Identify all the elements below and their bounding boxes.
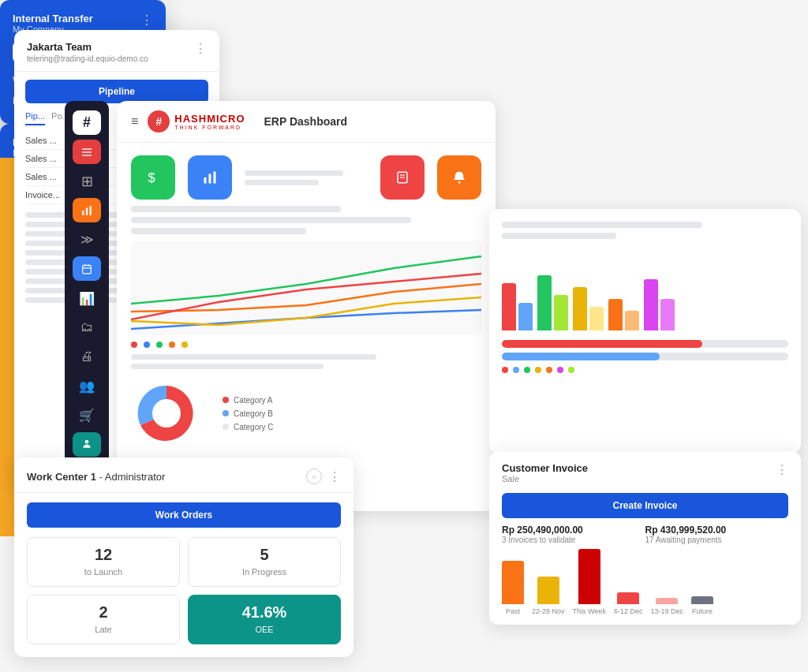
erp-gray-info (245, 155, 368, 200)
inv-bar-label-0: Past (506, 607, 520, 615)
transfer-menu-dots[interactable]: ⋮ (140, 13, 153, 28)
pie-legend: Category A Category B Category C (223, 382, 274, 445)
svg-rect-14 (214, 172, 216, 184)
legend-dot-1 (513, 367, 519, 373)
inv-bar-col-4: 13-19 Dec (650, 598, 683, 615)
erp-topbar: ≡ # HASHMICRO THINK FORWARD ERP Dashboar… (117, 101, 496, 143)
sidebar-logo[interactable]: # (73, 110, 101, 135)
erp-widget-chart[interactable] (188, 155, 232, 200)
wc-stat-oee: 41.6% OEE (188, 595, 341, 644)
sidebar-icon-4[interactable]: 🗂 (73, 315, 101, 340)
sidebar-icon-3[interactable]: 📊 (73, 286, 101, 310)
inv-bar-1 (537, 577, 559, 604)
svg-rect-4 (86, 207, 88, 215)
bar-chart-card (489, 209, 801, 454)
sidebar-icon-person[interactable] (73, 432, 101, 457)
legend-dot-2 (524, 367, 530, 373)
legend-dot-5 (557, 367, 563, 373)
wc-stats-grid: 12 to Launch 5 In Progress 2 Late 41.6% … (14, 537, 354, 644)
sidebar-icon-1[interactable]: ⊞ (73, 169, 101, 193)
svg-rect-1 (82, 151, 92, 152)
inv-stat-num-1: Rp 430,999,520.00 (645, 525, 789, 536)
sidebar-icon-chart[interactable] (73, 198, 101, 222)
sidebar-icon-0[interactable] (73, 140, 101, 164)
inv-stat-1: Rp 430,999,520.00 17 Awaiting payments (645, 525, 789, 544)
erp-pie-section: Category A Category B Category C (117, 375, 496, 451)
inv-menu-dots[interactable]: ⋮ (776, 462, 788, 483)
bar-lightyellow-2 (589, 307, 604, 330)
inv-title: Customer Invoice (502, 462, 588, 474)
erp-menu-icon[interactable]: ≡ (131, 114, 138, 129)
erp-dashboard-title: ERP Dashboard (264, 115, 348, 128)
wc-launch-label: to Launch (84, 567, 122, 577)
erp-mid-bars (117, 354, 496, 369)
pie-chart (131, 382, 210, 445)
bar-chart-visual (502, 252, 788, 330)
bar-group-3 (608, 299, 639, 330)
prog-fill-1 (502, 353, 660, 360)
pie-legend-2: Category C (223, 423, 274, 431)
erp-widget-invoice[interactable] (380, 155, 425, 200)
svg-rect-0 (82, 148, 92, 149)
sidebar-icon-5[interactable]: 🖨 (73, 345, 101, 369)
sidebar: # ⊞ ≫ 📊 🗂 🖨 👥 🛒 ⬛ (65, 101, 109, 495)
svg-point-19 (152, 399, 181, 427)
bar-red-0 (502, 283, 516, 330)
wc-menu-dots[interactable]: ⋮ (328, 469, 341, 484)
wc-header: Work Center 1 - Administrator ○ ⋮ (14, 457, 354, 493)
pie-dot-gray (223, 424, 229, 430)
transfer-title: Internal Transfer (13, 13, 93, 24)
legend-dot-3 (535, 367, 541, 373)
bar-group-4 (644, 279, 675, 330)
bar-group-2 (573, 287, 604, 330)
wc-circle-icon[interactable]: ○ (306, 469, 322, 484)
prog-fill-0 (502, 340, 702, 348)
svg-point-18 (458, 181, 461, 184)
chart-legend-dots (502, 367, 788, 373)
bar-orange-3 (608, 299, 623, 330)
sidebar-icon-7[interactable]: 🛒 (73, 403, 101, 427)
erp-widget-dollar[interactable]: $ (131, 155, 175, 200)
inv-stat-label-0: 3 Invoices to validate (502, 536, 645, 544)
wc-progress-num: 5 (196, 546, 332, 564)
svg-rect-6 (83, 265, 92, 274)
wc-stat-progress: 5 In Progress (188, 537, 341, 587)
inv-bar-3 (617, 592, 639, 604)
erp-logo-icon: # (148, 110, 170, 133)
prog-bar-1 (502, 353, 788, 360)
dot-orange (169, 342, 175, 348)
pipeline-button[interactable]: Pipeline (25, 80, 208, 103)
erp-logo-subtext: THINK FORWARD (174, 125, 245, 130)
erp-dashboard-card: ≡ # HASHMICRO THINK FORWARD ERP Dashboar… (117, 101, 496, 511)
inv-bar-col-2: This Week (573, 549, 606, 615)
erp-logo-text-block: HASHMICRO THINK FORWARD (174, 113, 245, 130)
pie-dot-red (223, 397, 229, 403)
create-invoice-button[interactable]: Create Invoice (502, 493, 788, 518)
inv-bar-5 (691, 596, 713, 604)
jakarta-title: Jakarta Team (27, 41, 148, 53)
erp-widget-bell[interactable] (437, 155, 481, 200)
pie-legend-1: Category B (223, 409, 274, 418)
bar-green-1 (537, 275, 552, 330)
jakarta-tab-0[interactable]: Pip... (25, 111, 45, 125)
wc-progress-label: In Progress (242, 567, 286, 577)
wc-oee-label: OEE (255, 625, 273, 634)
bar-purple-4 (644, 279, 658, 330)
bar-lightpurple-4 (660, 299, 675, 330)
jakarta-subtitle: telering@trading-id.equio-demo.co (27, 54, 148, 63)
inv-bar-label-1: 22-28 Nov (532, 607, 565, 615)
jakarta-menu-dots[interactable]: ⋮ (194, 41, 207, 56)
sidebar-icon-2[interactable]: ≫ (73, 227, 101, 252)
svg-rect-12 (204, 177, 207, 184)
sidebar-icon-calendar[interactable] (73, 256, 101, 281)
work-orders-button[interactable]: Work Orders (27, 502, 341, 528)
erp-gray-bars (117, 206, 496, 234)
customer-invoice-card: Customer Invoice Sale ⋮ Create Invoice R… (489, 451, 801, 625)
dot-green (156, 342, 163, 348)
wc-stat-launch: 12 to Launch (27, 537, 180, 587)
inv-header: Customer Invoice Sale ⋮ (489, 451, 801, 487)
sidebar-icon-6[interactable]: 👥 (73, 374, 101, 398)
barchart-content (489, 209, 801, 386)
prog-bar-0 (502, 340, 788, 348)
inv-stat-0: Rp 250,490,000.00 3 Invoices to validate (502, 525, 645, 544)
